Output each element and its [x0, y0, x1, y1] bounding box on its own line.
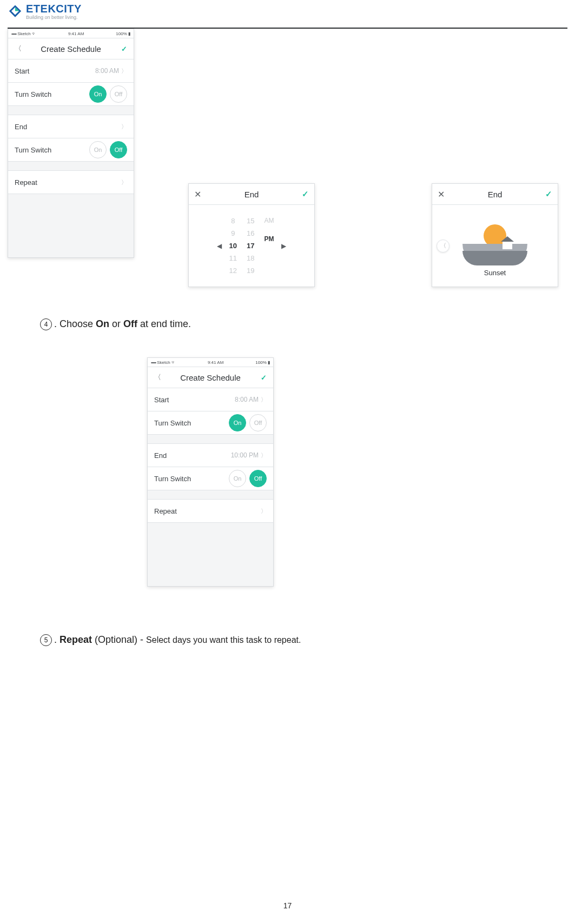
- dialog-title: End: [445, 190, 545, 199]
- chevron-right-icon: 〉: [121, 67, 127, 75]
- brand-tagline: Building on better living.: [26, 15, 82, 20]
- row-repeat[interactable]: Repeat 〉: [148, 500, 273, 523]
- instruction-step-4: 4. Choose On or Off at end time.: [40, 318, 191, 330]
- row-end[interactable]: End 10:00 PM〉: [148, 444, 273, 467]
- screenshot-create-schedule-2: ••••• Sketch ᯤ 9:41 AM 100% ▮ 〈 Create S…: [147, 357, 274, 587]
- screenshot-create-schedule-1: ••••• Sketch ᯤ 9:41 AM 100% ▮ 〈 Create S…: [8, 29, 134, 258]
- row-turn-switch-start: Turn Switch On Off: [148, 411, 273, 435]
- status-time: 9:41 AM: [68, 31, 84, 36]
- section-gap: [8, 106, 134, 115]
- page-header: ETEKCITY Building on better living.: [0, 0, 575, 25]
- off-button[interactable]: Off: [110, 85, 127, 103]
- brand-name: ETEKCITY: [26, 3, 82, 14]
- page-number: 17: [0, 901, 575, 910]
- confirm-icon[interactable]: ✓: [545, 189, 552, 199]
- hour-column[interactable]: 8 9 10 11 12: [229, 217, 237, 275]
- sunset-label: Sunset: [484, 269, 506, 277]
- confirm-icon[interactable]: ✓: [302, 189, 309, 199]
- ampm-column[interactable]: AM PM: [264, 217, 274, 275]
- instruction-step-5: 5. Repeat (Optional) - Select days you w…: [40, 634, 301, 646]
- status-bar: ••••• Sketch ᯤ 9:41 AM 100% ▮: [8, 29, 134, 38]
- chevron-right-icon: 〉: [121, 123, 127, 131]
- row-start[interactable]: Start 8:00 AM〉: [8, 59, 134, 83]
- chevron-right-icon: 〉: [261, 451, 267, 460]
- page-title: Create Schedule: [22, 44, 120, 54]
- row-repeat[interactable]: Repeat 〉: [8, 171, 134, 194]
- status-bar: ••••• Sketch ᯤ 9:41 AM 100% ▮: [148, 358, 273, 367]
- off-button[interactable]: Off: [110, 141, 127, 158]
- on-button[interactable]: On: [229, 470, 246, 487]
- back-icon[interactable]: 〈: [153, 373, 162, 382]
- confirm-icon[interactable]: ✓: [259, 374, 268, 382]
- section-gap: [148, 490, 273, 500]
- dialog-title: End: [201, 190, 302, 199]
- chevron-right-icon: 〉: [121, 178, 127, 187]
- chevron-right-icon: 〉: [261, 396, 267, 404]
- nav-bar: 〈 Create Schedule ✓: [148, 367, 273, 388]
- brand-logo: ETEKCITY Building on better living.: [8, 3, 567, 20]
- step-number-icon: 5: [40, 634, 52, 646]
- on-button[interactable]: On: [229, 414, 246, 431]
- next-arrow-icon[interactable]: ▶: [281, 242, 286, 250]
- section-gap: [148, 435, 273, 444]
- prev-arrow-icon[interactable]: ◀: [217, 242, 222, 250]
- row-start[interactable]: Start 8:00 AM〉: [148, 388, 273, 411]
- row-turn-switch-start: Turn Switch On Off: [8, 83, 134, 106]
- page-title: Create Schedule: [162, 373, 259, 382]
- row-turn-switch-end: Turn Switch On Off: [148, 467, 273, 490]
- close-icon[interactable]: ✕: [438, 189, 445, 200]
- step-number-icon: 4: [40, 318, 52, 330]
- row-end[interactable]: End 〉: [8, 115, 134, 138]
- logo-mark-icon: [8, 4, 23, 19]
- time-spinner[interactable]: ◀ 8 9 10 11 12 15 16 17 18 19: [217, 217, 287, 275]
- status-time: 9:41 AM: [208, 360, 223, 365]
- dialog-end-sunset: ✕ End ✓ 〈 Sunset: [432, 183, 558, 287]
- on-button[interactable]: On: [89, 85, 107, 103]
- chevron-right-icon: 〉: [261, 507, 267, 515]
- off-button[interactable]: Off: [249, 414, 267, 431]
- on-button[interactable]: On: [89, 141, 107, 158]
- dialog-end-time-picker: ✕ End ✓ ◀ 8 9 10 11 12 15 16: [188, 183, 315, 287]
- off-button[interactable]: Off: [249, 470, 267, 487]
- sunset-icon: [462, 217, 527, 265]
- nav-bar: 〈 Create Schedule ✓: [8, 38, 134, 59]
- close-icon[interactable]: ✕: [194, 189, 201, 200]
- row-turn-switch-end: Turn Switch On Off: [8, 138, 134, 162]
- confirm-icon[interactable]: ✓: [120, 45, 128, 53]
- minute-column[interactable]: 15 16 17 18 19: [247, 217, 254, 275]
- back-icon[interactable]: 〈: [14, 44, 22, 54]
- section-gap: [8, 162, 134, 171]
